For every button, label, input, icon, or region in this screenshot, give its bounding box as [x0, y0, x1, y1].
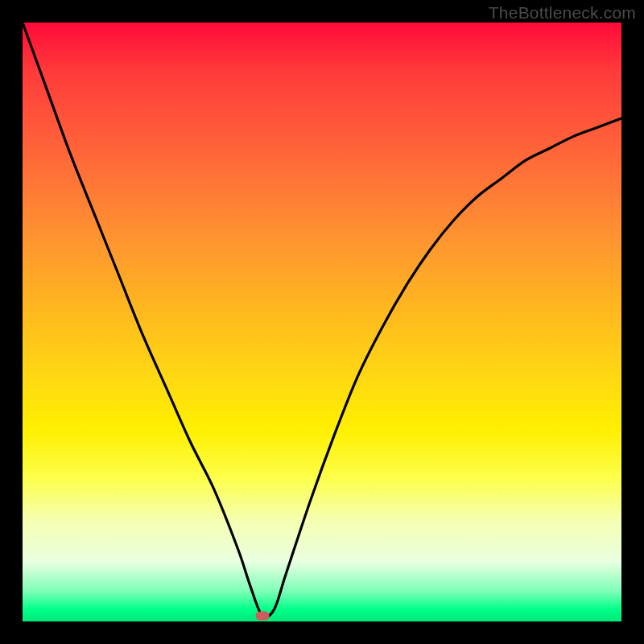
watermark-text: TheBottleneck.com [489, 3, 636, 23]
chart-frame: TheBottleneck.com [0, 0, 644, 644]
minimum-marker [255, 611, 269, 620]
bottleneck-curve [23, 23, 621, 621]
plot-area [23, 23, 621, 621]
